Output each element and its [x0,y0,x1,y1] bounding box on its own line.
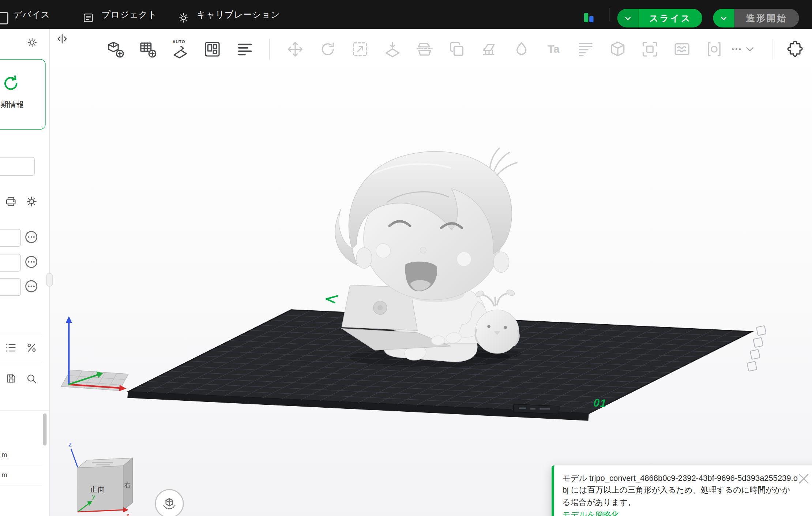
auto-orient-icon[interactable]: AUTO [172,40,189,58]
auto-orient-label: AUTO [172,40,185,44]
chevron-down-icon [624,14,632,22]
divider-3 [0,410,49,411]
navcube-y-label: y [92,493,95,500]
divider [0,334,41,334]
tab-device[interactable]: デバイス [13,0,50,29]
chick-eye-right [504,326,507,329]
divider-2 [0,363,41,363]
plugin-icon[interactable] [786,40,804,58]
tab-calibration[interactable]: キャリブレーション [197,0,280,29]
app-window: 01 AUTO Ta [0,0,812,516]
app-logo-mini [583,12,594,23]
add-model-icon[interactable] [107,40,124,58]
close-icon[interactable] [797,471,811,486]
text-tool-label: Ta [545,40,562,58]
figure-nose [420,247,426,253]
panel-resize-handle[interactable] [46,273,53,287]
top-menu-bar: デバイス プロジェクト キャリブレーション スライス 造形開始 [0,0,812,29]
simplify-model-link[interactable]: モデルを簡略化 [563,510,620,516]
figure-cheek-left [376,243,391,258]
more-icon[interactable] [729,44,756,55]
gear-icon[interactable] [178,12,189,23]
arrange-icon[interactable] [203,40,221,58]
home-icon[interactable] [0,12,8,25]
laptop-logo-inner [377,305,383,310]
project-icon[interactable] [83,12,94,23]
navcube-x-label: x [126,512,129,516]
support-painting-icon[interactable] [481,40,498,58]
slice-button-label[interactable]: スライス [639,9,702,27]
navcube-front-label: 正面 [90,485,105,493]
collapse-panel-icon[interactable] [56,33,68,45]
slice-dropdown[interactable] [617,9,639,27]
print-button[interactable]: 造形開始 [713,9,799,27]
add-plate-icon[interactable] [139,40,156,58]
chick-figure[interactable] [475,289,519,353]
divider-4 [0,465,41,465]
search-icon[interactable] [26,373,37,384]
tab-project[interactable]: プロジェクト [102,0,157,29]
rotate-icon[interactable] [319,40,337,58]
circle-ellipsis-icon[interactable] [25,230,38,244]
figure-hand-2 [431,336,445,345]
sidebar-scrollbar[interactable] [43,414,47,446]
print-dropdown[interactable] [713,9,734,27]
navcube-right-label: 右 [124,482,131,489]
chick-leaf-right [506,289,515,296]
filament-input-1[interactable] [0,229,21,247]
toolbar-divider-2 [772,39,773,60]
text-tool-icon[interactable]: Ta [545,40,562,58]
fuzzy-skin-icon[interactable] [673,40,691,58]
figure-cheek-right [457,252,471,266]
chick-eye-left [487,325,490,328]
tune-icon[interactable] [26,342,37,353]
clone-icon[interactable] [448,40,466,58]
navigation-cube[interactable]: 正面 右 z y x [62,440,145,516]
sync-icon [1,74,20,93]
filament-input-2[interactable] [0,254,21,272]
scale-to-fit-icon[interactable] [641,40,659,58]
chevron-down-icon [720,14,728,22]
save-icon[interactable] [6,373,17,384]
figure-hair-strands [490,148,517,175]
plate-number-label: 01 [593,397,607,410]
figure-ear-right [493,252,509,273]
print-button-label[interactable]: 造形開始 [734,9,799,27]
unit-label-2: m [1,471,7,479]
left-sidebar: 期情報 [0,29,50,516]
variable-layer-height-icon[interactable] [577,40,594,58]
slice-button[interactable]: スライス [617,9,702,27]
toolbar-divider [269,39,270,60]
gear-icon[interactable] [27,37,37,48]
unit-label-1: m [1,451,7,459]
circle-ellipsis-icon-2[interactable] [25,255,38,269]
gear-icon-2[interactable] [26,196,37,207]
navcube-z-axis [71,449,78,467]
measure-icon[interactable] [705,40,723,58]
printer-icon[interactable] [5,196,16,207]
cut-icon[interactable] [416,40,433,58]
sync-info-card[interactable]: 期情報 [0,59,46,130]
color-painting-icon[interactable] [513,40,530,58]
notification-message: モデル tripo_convert_4868b0c9-2392-43bf-969… [563,472,798,508]
circle-ellipsis-icon-3[interactable] [25,279,38,293]
filament-input-3[interactable] [0,278,21,296]
chick-sprout [481,293,510,306]
notification-toast: モデル tripo_convert_4868b0c9-2392-43bf-969… [552,465,812,516]
printer-select-input[interactable] [0,157,35,176]
sync-info-label: 期情報 [0,100,24,110]
figure-ear-left [356,248,372,269]
mesh-cube-icon[interactable] [609,40,627,58]
list-icon[interactable] [5,342,16,353]
place-on-face-icon[interactable] [384,40,401,58]
divider-5 [0,486,41,486]
orbit-view-button[interactable] [155,489,184,516]
scale-icon[interactable] [351,40,369,58]
object-rows-icon[interactable] [236,40,254,58]
navcube-z-label: z [68,440,72,448]
model-figure[interactable] [280,124,549,368]
move-icon[interactable] [286,40,304,58]
topbar-divider [609,8,609,21]
